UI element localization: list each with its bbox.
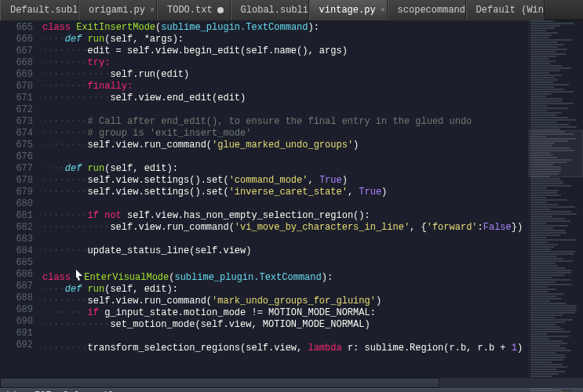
minimap-content [530, 20, 581, 392]
tab-label: origami.py [89, 5, 145, 16]
editor-area: 665 666 667 668 669 670 671 672 673 674 … [0, 20, 583, 377]
horizontal-scrollbar-thumb[interactable] [0, 378, 439, 388]
tab-label: Default.sublim… [10, 5, 78, 16]
tab[interactable]: vintage.py× [309, 0, 388, 20]
horizontal-scrollbar[interactable] [0, 377, 583, 388]
tab[interactable]: scopecommand…× [388, 0, 466, 20]
tab-label: scopecommand… [398, 5, 466, 16]
tab-label: TODO.txt [167, 5, 213, 16]
close-icon[interactable]: × [381, 6, 385, 14]
tab-dirty-icon [217, 7, 224, 13]
tab[interactable]: origami.py× [78, 0, 157, 20]
tab-label: Default (Wind… [476, 5, 545, 16]
code-editor[interactable]: class ExitInsertMode(sublime_plugin.Text… [39, 20, 528, 377]
tab-label: Global.sublime… [241, 5, 309, 16]
minimap[interactable] [528, 20, 583, 377]
tab[interactable]: Default.sublim…× [0, 0, 78, 20]
minimap-viewport[interactable] [529, 130, 583, 177]
close-icon[interactable]: × [150, 6, 155, 14]
status-bar: Line 707, Column 19 ▾ [0, 388, 583, 392]
tab-bar: Default.sublim…×origami.py×TODO.txtGloba… [0, 0, 583, 20]
line-number-gutter: 665 666 667 668 669 670 671 672 673 674 … [0, 20, 39, 377]
tab[interactable]: Global.sublime…× [231, 0, 309, 20]
tab[interactable]: Default (Wind…× [466, 0, 545, 20]
tab[interactable]: TODO.txt [157, 0, 231, 20]
tab-label: vintage.py [319, 5, 376, 16]
